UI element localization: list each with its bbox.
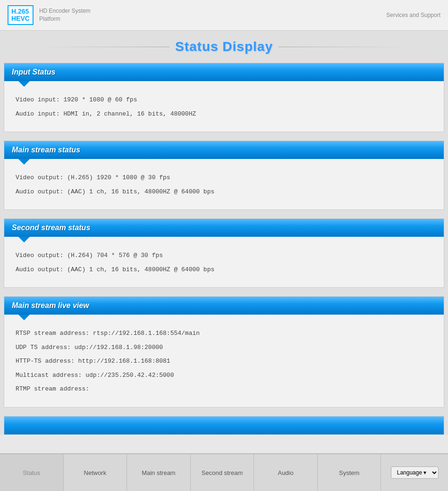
main-stream-status-header: Main stream status xyxy=(4,141,444,159)
nav-label-main-stream: Main stream xyxy=(142,469,176,476)
second-stream-status-title: Second stream status xyxy=(12,224,90,232)
rtsp-address-line: RTSP stream address: rtsp://192.168.1.16… xyxy=(16,329,432,338)
main-content: Input Status Video input: 1920 * 1080 @ … xyxy=(0,63,448,435)
input-audio-line: Audio input: HDMI in, 2 channel, 16 bits… xyxy=(16,109,432,119)
nav-item-network[interactable]: Network xyxy=(64,454,127,491)
second-stream-status-triangle xyxy=(18,237,30,242)
nav-item-system[interactable]: System xyxy=(318,454,381,491)
main-stream-live-view-title: Main stream live view xyxy=(12,301,89,309)
logo-box: H.265 HEVC xyxy=(8,5,34,25)
title-line-right xyxy=(279,47,411,47)
nav-label-audio: Audio xyxy=(278,469,293,476)
nav-item-language[interactable]: Language ▾ English Chinese xyxy=(381,454,448,491)
second-stream-status-body: Video output: (H.264) 704 * 576 @ 30 fps… xyxy=(4,242,444,287)
header-subtitle: HD Encoder System Platform xyxy=(39,7,91,23)
nav-item-audio[interactable]: Audio xyxy=(254,454,318,491)
nav-label-second-stream: Second stream xyxy=(202,469,243,476)
title-line-left xyxy=(37,47,169,47)
logo-h265: H.265 xyxy=(11,8,30,15)
nav-item-status[interactable]: Status xyxy=(0,454,64,491)
input-status-triangle xyxy=(18,81,30,87)
bottom-nav: Status Network Main stream Second stream… xyxy=(0,453,448,491)
input-status-section: Input Status Video input: 1920 * 1080 @ … xyxy=(4,63,444,132)
partial-section-header xyxy=(4,416,444,435)
udp-address-line: UDP TS address: udp://192.168.1.98:20000 xyxy=(16,343,432,352)
logo-hevc: HEVC xyxy=(11,15,30,22)
main-stream-audio-line: Audio output: (AAC) 1 ch, 16 bits, 48000… xyxy=(16,187,432,197)
input-video-line: Video input: 1920 * 1080 @ 60 fps xyxy=(16,95,432,105)
input-status-title: Input Status xyxy=(12,68,55,76)
rtmp-address-line: RTMP stream address: xyxy=(16,384,432,394)
main-stream-live-view-section: Main stream live view RTSP stream addres… xyxy=(4,296,444,408)
second-stream-status-section: Second stream status Video output: (H.26… xyxy=(4,218,444,288)
nav-label-status: Status xyxy=(23,469,40,476)
page-title: Status Display xyxy=(175,39,273,54)
input-status-header: Input Status xyxy=(4,63,444,81)
nav-label-network: Network xyxy=(84,469,107,476)
nav-item-main-stream[interactable]: Main stream xyxy=(127,454,191,491)
page-title-area: Status Display xyxy=(0,31,448,63)
nav-item-second-stream[interactable]: Second stream xyxy=(191,454,254,491)
multicast-address-line: Multicast address: udp://235.250.42.42:5… xyxy=(16,371,432,380)
input-status-body: Video input: 1920 * 1080 @ 60 fps Audio … xyxy=(4,87,444,132)
main-stream-video-line: Video output: (H.265) 1920 * 1080 @ 30 f… xyxy=(16,173,432,183)
header-services: Services and Support xyxy=(386,12,440,18)
second-stream-status-header: Second stream status xyxy=(4,219,444,237)
main-stream-live-view-header: Main stream live view xyxy=(4,297,444,315)
partial-section xyxy=(4,416,444,435)
language-select[interactable]: Language ▾ English Chinese xyxy=(391,466,439,479)
main-stream-status-section: Main stream status Video output: (H.265)… xyxy=(4,141,444,210)
nav-label-system: System xyxy=(339,469,359,476)
header: H.265 HEVC HD Encoder System Platform Se… xyxy=(0,0,448,31)
http-address-line: HTTP-TS address: http://192.168.1.168:80… xyxy=(16,357,432,366)
main-stream-live-view-triangle xyxy=(18,315,30,320)
main-stream-live-view-body: RTSP stream address: rtsp://192.168.1.16… xyxy=(4,320,444,407)
logo-area: H.265 HEVC HD Encoder System Platform xyxy=(8,5,91,25)
main-stream-status-body: Video output: (H.265) 1920 * 1080 @ 30 f… xyxy=(4,165,444,209)
main-stream-status-triangle xyxy=(18,159,30,165)
second-stream-video-line: Video output: (H.264) 704 * 576 @ 30 fps xyxy=(16,251,432,260)
main-stream-status-title: Main stream status xyxy=(12,146,80,154)
second-stream-audio-line: Audio output: (AAC) 1 ch, 16 bits, 48000… xyxy=(16,265,432,275)
